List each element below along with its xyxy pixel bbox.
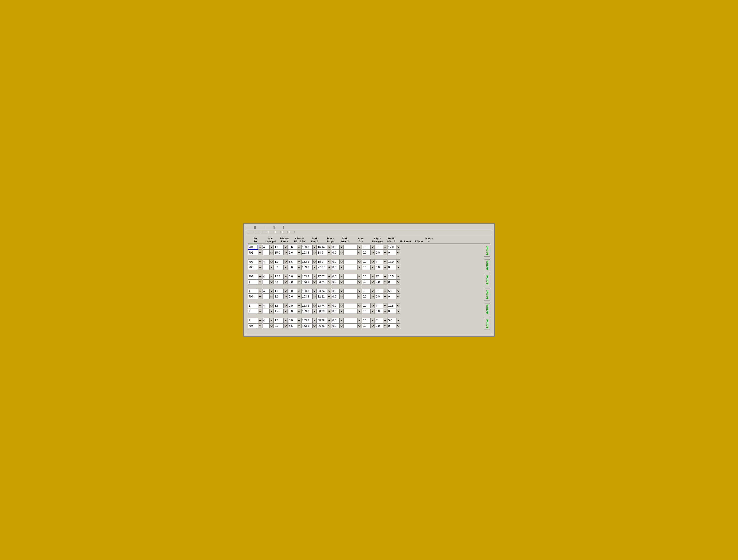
cell-input[interactable] bbox=[288, 309, 297, 314]
unmark-inflow-button[interactable] bbox=[282, 231, 288, 233]
cell-input[interactable] bbox=[274, 309, 284, 314]
cell-input[interactable] bbox=[302, 324, 313, 329]
cell-dropdown[interactable]: ▼ bbox=[327, 259, 331, 264]
cell-input[interactable] bbox=[274, 289, 284, 294]
cell-input[interactable] bbox=[362, 279, 371, 285]
cell-input[interactable] bbox=[274, 318, 284, 323]
cell-input[interactable] bbox=[288, 324, 297, 329]
cell-input[interactable] bbox=[332, 309, 339, 314]
cell-input[interactable] bbox=[344, 265, 357, 270]
cell-dropdown[interactable]: ▼ bbox=[270, 279, 274, 285]
tab-grid-builder[interactable] bbox=[275, 226, 284, 229]
cell-input[interactable] bbox=[362, 259, 371, 264]
cell-input[interactable] bbox=[248, 294, 258, 299]
cell-dropdown[interactable]: ▼ bbox=[284, 274, 288, 279]
cell-dropdown[interactable]: ▼ bbox=[313, 274, 317, 279]
cell-dropdown[interactable]: ▼ bbox=[270, 244, 274, 250]
cell-dropdown[interactable]: ▼ bbox=[313, 289, 317, 294]
cell-dropdown[interactable]: ▼ bbox=[327, 274, 331, 279]
cell-input[interactable] bbox=[332, 279, 339, 285]
cell-input[interactable] bbox=[263, 265, 270, 270]
cell-input[interactable] bbox=[274, 244, 284, 250]
cell-dropdown[interactable]: ▼ bbox=[383, 244, 387, 250]
cell-dropdown[interactable]: ▼ bbox=[371, 259, 375, 264]
cell-input[interactable] bbox=[317, 250, 327, 255]
cell-input[interactable] bbox=[248, 250, 258, 255]
cell-dropdown[interactable]: ▼ bbox=[313, 279, 317, 285]
cell-dropdown[interactable]: ▼ bbox=[258, 309, 262, 314]
cell-dropdown[interactable]: ▼ bbox=[383, 324, 387, 329]
cell-input[interactable] bbox=[362, 318, 371, 323]
cell-dropdown[interactable]: ▼ bbox=[383, 289, 387, 294]
cell-dropdown[interactable]: ▼ bbox=[327, 250, 331, 255]
cell-dropdown[interactable]: ▼ bbox=[371, 279, 375, 285]
cell-input[interactable] bbox=[362, 289, 371, 294]
cell-input[interactable] bbox=[263, 289, 270, 294]
cell-dropdown[interactable]: ▼ bbox=[270, 303, 274, 308]
cell-input[interactable] bbox=[288, 274, 297, 279]
cell-dropdown[interactable]: ▼ bbox=[270, 259, 274, 264]
cell-dropdown[interactable]: ▼ bbox=[396, 265, 400, 270]
cell-input[interactable] bbox=[388, 274, 396, 279]
cell-input[interactable] bbox=[302, 289, 313, 294]
cell-dropdown[interactable]: ▼ bbox=[284, 279, 288, 285]
cell-input[interactable] bbox=[362, 324, 371, 329]
cell-dropdown[interactable]: ▼ bbox=[258, 318, 262, 323]
cell-dropdown[interactable]: ▼ bbox=[327, 279, 331, 285]
cell-input[interactable] bbox=[375, 250, 383, 255]
delete-pipe-button[interactable] bbox=[255, 231, 260, 233]
cell-dropdown[interactable]: ▼ bbox=[297, 250, 301, 255]
cell-dropdown[interactable]: ▼ bbox=[313, 318, 317, 323]
cell-dropdown[interactable]: ▼ bbox=[339, 309, 344, 314]
cell-input[interactable] bbox=[375, 279, 383, 285]
cell-input[interactable] bbox=[388, 289, 396, 294]
cell-dropdown[interactable]: ▼ bbox=[357, 279, 361, 285]
cell-dropdown[interactable]: ▼ bbox=[313, 324, 317, 329]
cell-dropdown[interactable]: ▼ bbox=[357, 294, 361, 299]
cell-input[interactable] bbox=[263, 318, 270, 323]
cell-input[interactable] bbox=[317, 294, 327, 299]
cell-dropdown[interactable]: ▼ bbox=[357, 309, 361, 314]
cell-input[interactable] bbox=[375, 309, 383, 314]
cell-dropdown[interactable]: ▼ bbox=[258, 324, 262, 329]
cell-dropdown[interactable]: ▼ bbox=[357, 324, 361, 329]
cell-input[interactable] bbox=[344, 289, 357, 294]
cell-dropdown[interactable]: ▼ bbox=[313, 250, 317, 255]
cell-dropdown[interactable]: ▼ bbox=[396, 318, 400, 323]
cell-dropdown[interactable]: ▼ bbox=[284, 324, 288, 329]
cell-input[interactable] bbox=[332, 244, 339, 250]
tab-tree-builder[interactable] bbox=[265, 226, 274, 229]
cell-input[interactable] bbox=[375, 265, 383, 270]
mark-inflow-button[interactable] bbox=[275, 231, 281, 233]
cell-dropdown[interactable]: ▼ bbox=[371, 324, 375, 329]
cell-input[interactable] bbox=[332, 303, 339, 308]
cell-dropdown[interactable]: ▼ bbox=[270, 318, 274, 323]
cell-input[interactable] bbox=[263, 259, 270, 264]
cell-dropdown[interactable]: ▼ bbox=[258, 289, 262, 294]
cell-dropdown[interactable]: ▼ bbox=[297, 289, 301, 294]
cell-dropdown[interactable]: ▼ bbox=[297, 274, 301, 279]
cell-dropdown[interactable]: ▼ bbox=[396, 250, 400, 255]
cell-dropdown[interactable]: ▼ bbox=[258, 274, 262, 279]
cell-input[interactable] bbox=[332, 265, 339, 270]
cell-dropdown[interactable]: ▼ bbox=[371, 318, 375, 323]
cell-dropdown[interactable]: ▼ bbox=[396, 324, 400, 329]
cell-dropdown[interactable]: ▼ bbox=[297, 294, 301, 299]
cell-dropdown[interactable]: ▼ bbox=[339, 279, 344, 285]
cell-dropdown[interactable]: ▼ bbox=[284, 294, 288, 299]
cell-input[interactable] bbox=[344, 294, 357, 299]
cell-dropdown[interactable]: ▼ bbox=[339, 324, 344, 329]
cell-dropdown[interactable]: ▼ bbox=[371, 294, 375, 299]
cell-dropdown[interactable]: ▼ bbox=[339, 259, 344, 264]
cell-dropdown[interactable]: ▼ bbox=[383, 265, 387, 270]
cell-input[interactable] bbox=[288, 250, 297, 255]
cell-input[interactable] bbox=[344, 318, 357, 323]
cell-input[interactable] bbox=[263, 303, 270, 308]
cell-input[interactable] bbox=[263, 294, 270, 299]
cell-input[interactable] bbox=[288, 318, 297, 323]
cell-dropdown[interactable]: ▼ bbox=[297, 244, 301, 250]
cell-input[interactable] bbox=[388, 324, 396, 329]
cell-dropdown[interactable]: ▼ bbox=[357, 265, 361, 270]
cell-input[interactable] bbox=[302, 294, 313, 299]
cell-input[interactable] bbox=[344, 303, 357, 308]
